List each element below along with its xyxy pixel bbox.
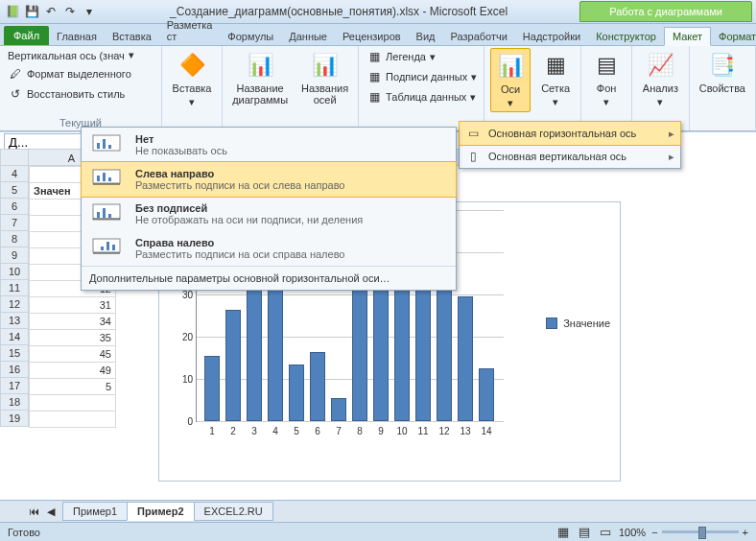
properties-button[interactable]: 📑Свойства (696, 48, 749, 96)
select-all-corner[interactable] (0, 149, 29, 166)
axis-ltr-icon (89, 168, 124, 187)
axis-option-more[interactable]: Дополнительные параметры основной горизо… (82, 266, 456, 290)
axis-options-menu: НетНе показывать ось Слева направоРазмес… (81, 127, 457, 291)
data-table-icon: ▦ (366, 89, 382, 105)
ribbon-group-labels: 📊Название диаграммы 📊Названия осей (223, 46, 359, 130)
row-header[interactable]: 18 (0, 394, 29, 411)
quick-access-toolbar: 📗 💾 ↶ ↷ ▾ (4, 3, 98, 20)
reset-style-button[interactable]: ↺Восстановить стиль (6, 85, 127, 103)
tab-review[interactable]: Рецензиров (335, 28, 409, 45)
tab-chart-layout[interactable]: Макет (664, 27, 711, 46)
view-page-layout-icon[interactable]: ▤ (577, 525, 592, 539)
gridlines-icon: ▦ (540, 50, 571, 81)
tab-addins[interactable]: Надстройки (515, 28, 588, 45)
chart-legend[interactable]: Значение (546, 318, 610, 329)
row-header[interactable]: 7 (0, 215, 29, 231)
tab-developer[interactable]: Разработчи (443, 28, 515, 45)
insert-button[interactable]: 🔶Вставка▾ (168, 48, 216, 110)
row-header[interactable]: 14 (0, 329, 29, 345)
axes-icon: 📊 (495, 51, 526, 82)
chart-element-selector[interactable]: Вертикальная ось (знач ▾ (6, 48, 136, 62)
row-header[interactable]: 6 (0, 199, 29, 215)
tab-formulas[interactable]: Формулы (220, 28, 281, 45)
row-header[interactable]: 10 (0, 264, 29, 280)
zoom-out-icon[interactable]: − (651, 527, 657, 538)
submenu-arrow-icon: ▸ (669, 128, 674, 140)
chart-tools-contextual-label: Работа с диаграммами (579, 1, 752, 22)
axis-nolabel-icon (89, 202, 124, 222)
title-bar: 📗 💾 ↶ ↷ ▾ _Создание_диаграмм(основные_по… (0, 0, 756, 24)
ribbon-group-labels-small: ▦Легенда ▾ ▦Подписи данных ▾ ▦Таблица да… (359, 46, 484, 130)
axis-v-icon: ▯ (465, 149, 481, 164)
sheet-tab[interactable]: EXCEL2.RU (194, 502, 273, 521)
legend-button[interactable]: ▦Легенда ▾ (365, 48, 437, 65)
sheet-nav-prev-icon[interactable]: ◀ (47, 506, 55, 518)
view-normal-icon[interactable]: ▦ (555, 525, 571, 539)
axis-option-none[interactable]: НетНе показывать ось (82, 128, 456, 162)
sheet-nav-first-icon[interactable]: ⏮ (29, 506, 39, 517)
row-header[interactable]: 19 (0, 411, 29, 427)
svg-rect-6 (103, 173, 106, 181)
tab-chart-design[interactable]: Конструктор (588, 28, 664, 45)
ribbon-group-insert: 🔶Вставка▾ (162, 46, 223, 130)
tab-home[interactable]: Главная (49, 28, 105, 45)
axis-titles-button[interactable]: 📊Названия осей (297, 48, 352, 107)
format-selection-button[interactable]: 🖊Формат выделенного (6, 65, 133, 82)
undo-icon[interactable]: ↶ (42, 3, 59, 20)
data-table-button[interactable]: ▦Таблица данных ▾ (365, 88, 478, 106)
zoom-slider[interactable]: − + (651, 527, 748, 538)
svg-rect-3 (108, 145, 111, 149)
sheet-tab-active[interactable]: Пример2 (127, 502, 194, 521)
ribbon-group-background: ▤Фон▾ (581, 46, 632, 130)
plot-area-button[interactable]: ▤Фон▾ (587, 48, 626, 110)
qat-more-icon[interactable]: ▾ (81, 3, 98, 20)
tab-view[interactable]: Вид (409, 28, 443, 45)
tab-chart-format[interactable]: Формат (711, 28, 756, 45)
row-header[interactable]: 12 (0, 296, 29, 313)
axis-option-no-labels[interactable]: Без подписейНе отображать на оси ни подп… (82, 197, 456, 231)
row-headers: 45678910111213141516171819 (0, 166, 29, 427)
row-header[interactable]: 11 (0, 280, 29, 296)
axis-none-icon (89, 133, 124, 153)
analysis-icon: 📈 (645, 50, 675, 81)
row-header[interactable]: 17 (0, 378, 29, 394)
row-header[interactable]: 15 (0, 345, 29, 362)
svg-rect-17 (101, 247, 104, 250)
view-page-break-icon[interactable]: ▭ (598, 525, 613, 539)
analysis-button[interactable]: 📈Анализ▾ (638, 48, 683, 110)
chart-title-button[interactable]: 📊Название диаграммы (228, 48, 292, 107)
data-labels-button[interactable]: ▦Подписи данных ▾ (365, 68, 479, 85)
row-header[interactable]: 5 (0, 182, 29, 199)
svg-rect-10 (97, 212, 100, 218)
ribbon-tabs: Файл Главная Вставка Разметка ст Формулы… (0, 24, 756, 46)
axis-option-right-to-left[interactable]: Справа налевоРазместить подписи на оси с… (82, 231, 456, 266)
tab-page-layout[interactable]: Разметка ст (159, 16, 221, 45)
tab-insert[interactable]: Вставка (105, 28, 159, 45)
svg-rect-2 (103, 139, 106, 149)
zoom-in-icon[interactable]: + (743, 527, 748, 538)
row-header[interactable]: 16 (0, 362, 29, 378)
row-header[interactable]: 4 (0, 166, 29, 182)
data-labels-icon: ▦ (366, 69, 382, 84)
tab-data[interactable]: Данные (281, 28, 335, 45)
ribbon-group-properties: 📑Свойства (690, 46, 756, 130)
submenu-primary-vertical-axis[interactable]: ▯ Основная вертикальная ось▸ (460, 145, 680, 168)
submenu-primary-horizontal-axis[interactable]: ▭ Основная горизонтальная ось▸ (460, 122, 680, 145)
axes-button[interactable]: 📊Оси▾ (490, 48, 531, 112)
gridlines-button[interactable]: ▦Сетка▾ (536, 48, 575, 110)
tab-file[interactable]: Файл (4, 26, 49, 45)
axis-option-left-to-right[interactable]: Слева направоРазместить подписи на оси с… (82, 162, 456, 197)
row-header[interactable]: 8 (0, 231, 29, 247)
sheet-tab[interactable]: Пример1 (62, 502, 128, 521)
zoom-level[interactable]: 100% (619, 527, 646, 538)
row-header[interactable]: 9 (0, 247, 29, 264)
redo-icon[interactable]: ↷ (61, 3, 79, 20)
save-icon[interactable]: 💾 (23, 3, 40, 20)
row-header[interactable]: 13 (0, 313, 29, 329)
ribbon-group-axes: 📊Оси▾ ▦Сетка▾ (484, 46, 581, 130)
axis-titles-icon: 📊 (310, 50, 341, 81)
status-text: Готово (8, 527, 40, 538)
svg-rect-15 (112, 245, 115, 250)
ribbon: Вертикальная ось (знач ▾ 🖊Формат выделен… (0, 46, 756, 131)
legend-icon: ▦ (366, 49, 382, 64)
